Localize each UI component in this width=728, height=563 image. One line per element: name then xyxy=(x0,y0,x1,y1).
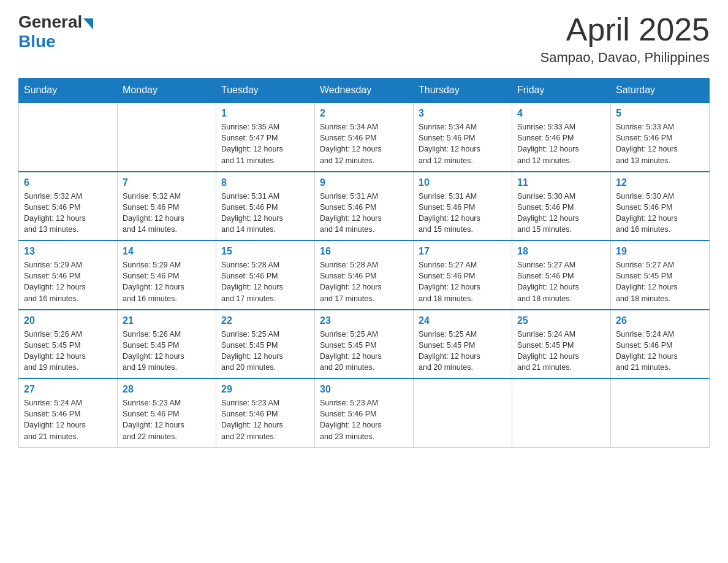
day-info: Sunrise: 5:29 AM Sunset: 5:46 PM Dayligh… xyxy=(123,259,211,304)
day-info: Sunrise: 5:23 AM Sunset: 5:46 PM Dayligh… xyxy=(123,397,211,442)
calendar-cell: 18Sunrise: 5:27 AM Sunset: 5:46 PM Dayli… xyxy=(512,240,611,310)
day-number: 12 xyxy=(616,177,704,188)
calendar-cell: 30Sunrise: 5:23 AM Sunset: 5:46 PM Dayli… xyxy=(315,378,414,447)
day-info: Sunrise: 5:25 AM Sunset: 5:45 PM Dayligh… xyxy=(221,329,309,373)
calendar-cell: 2Sunrise: 5:34 AM Sunset: 5:46 PM Daylig… xyxy=(315,102,414,172)
day-info: Sunrise: 5:34 AM Sunset: 5:46 PM Dayligh… xyxy=(419,121,507,166)
header-day-wednesday: Wednesday xyxy=(315,79,414,103)
day-info: Sunrise: 5:30 AM Sunset: 5:46 PM Dayligh… xyxy=(517,191,605,236)
header-day-sunday: Sunday xyxy=(19,79,118,103)
logo-general: General xyxy=(18,12,82,32)
calendar-cell xyxy=(118,102,216,172)
calendar-cell: 29Sunrise: 5:23 AM Sunset: 5:46 PM Dayli… xyxy=(216,378,315,447)
calendar-cell: 19Sunrise: 5:27 AM Sunset: 5:45 PM Dayli… xyxy=(611,240,710,310)
calendar-cell: 28Sunrise: 5:23 AM Sunset: 5:46 PM Dayli… xyxy=(118,378,216,447)
header-day-saturday: Saturday xyxy=(611,79,710,103)
header-day-thursday: Thursday xyxy=(414,79,512,103)
calendar-location: Sampao, Davao, Philippines xyxy=(540,50,710,66)
day-info: Sunrise: 5:29 AM Sunset: 5:46 PM Dayligh… xyxy=(24,259,112,304)
day-info: Sunrise: 5:28 AM Sunset: 5:46 PM Dayligh… xyxy=(221,259,309,304)
day-info: Sunrise: 5:23 AM Sunset: 5:46 PM Dayligh… xyxy=(221,397,309,442)
day-info: Sunrise: 5:35 AM Sunset: 5:47 PM Dayligh… xyxy=(221,121,309,166)
day-info: Sunrise: 5:26 AM Sunset: 5:45 PM Dayligh… xyxy=(24,329,112,373)
day-number: 29 xyxy=(221,384,309,395)
page-header: General Blue April 2025 Sampao, Davao, P… xyxy=(18,12,710,66)
day-info: Sunrise: 5:30 AM Sunset: 5:46 PM Dayligh… xyxy=(616,191,704,236)
header-day-tuesday: Tuesday xyxy=(216,79,315,103)
day-number: 14 xyxy=(123,246,211,257)
calendar-cell xyxy=(19,102,118,172)
day-info: Sunrise: 5:31 AM Sunset: 5:46 PM Dayligh… xyxy=(419,191,507,236)
day-number: 6 xyxy=(24,177,112,188)
calendar-cell: 11Sunrise: 5:30 AM Sunset: 5:46 PM Dayli… xyxy=(512,172,611,241)
day-number: 13 xyxy=(24,246,112,257)
day-number: 25 xyxy=(517,315,605,326)
day-info: Sunrise: 5:26 AM Sunset: 5:45 PM Dayligh… xyxy=(123,329,211,373)
calendar-cell: 12Sunrise: 5:30 AM Sunset: 5:46 PM Dayli… xyxy=(611,172,710,241)
day-number: 2 xyxy=(320,108,408,119)
day-info: Sunrise: 5:28 AM Sunset: 5:46 PM Dayligh… xyxy=(320,259,408,304)
calendar-cell: 17Sunrise: 5:27 AM Sunset: 5:46 PM Dayli… xyxy=(414,240,512,310)
calendar-table: SundayMondayTuesdayWednesdayThursdayFrid… xyxy=(18,78,710,448)
logo-triangle-icon xyxy=(83,18,93,29)
calendar-cell: 25Sunrise: 5:24 AM Sunset: 5:45 PM Dayli… xyxy=(512,310,611,379)
calendar-cell: 7Sunrise: 5:32 AM Sunset: 5:46 PM Daylig… xyxy=(118,172,216,241)
calendar-week-1: 1Sunrise: 5:35 AM Sunset: 5:47 PM Daylig… xyxy=(19,102,710,172)
day-info: Sunrise: 5:23 AM Sunset: 5:46 PM Dayligh… xyxy=(320,397,408,442)
day-info: Sunrise: 5:31 AM Sunset: 5:46 PM Dayligh… xyxy=(320,191,408,236)
day-number: 3 xyxy=(419,108,507,119)
day-number: 20 xyxy=(24,315,112,326)
calendar-week-2: 6Sunrise: 5:32 AM Sunset: 5:46 PM Daylig… xyxy=(19,172,710,241)
day-number: 21 xyxy=(123,315,211,326)
calendar-cell: 6Sunrise: 5:32 AM Sunset: 5:46 PM Daylig… xyxy=(19,172,118,241)
calendar-cell: 13Sunrise: 5:29 AM Sunset: 5:46 PM Dayli… xyxy=(19,240,118,310)
calendar-cell: 16Sunrise: 5:28 AM Sunset: 5:46 PM Dayli… xyxy=(315,240,414,310)
day-number: 5 xyxy=(616,108,704,119)
day-info: Sunrise: 5:24 AM Sunset: 5:46 PM Dayligh… xyxy=(616,329,704,373)
day-number: 22 xyxy=(221,315,309,326)
day-number: 15 xyxy=(221,246,309,257)
logo-blue: Blue xyxy=(18,32,56,52)
day-number: 8 xyxy=(221,177,309,188)
calendar-cell: 5Sunrise: 5:33 AM Sunset: 5:46 PM Daylig… xyxy=(611,102,710,172)
calendar-cell: 22Sunrise: 5:25 AM Sunset: 5:45 PM Dayli… xyxy=(216,310,315,379)
day-info: Sunrise: 5:34 AM Sunset: 5:46 PM Dayligh… xyxy=(320,121,408,166)
header-day-monday: Monday xyxy=(118,79,216,103)
calendar-title: April 2025 xyxy=(540,12,710,47)
day-number: 11 xyxy=(517,177,605,188)
calendar-cell: 27Sunrise: 5:24 AM Sunset: 5:46 PM Dayli… xyxy=(19,378,118,447)
calendar-cell: 21Sunrise: 5:26 AM Sunset: 5:45 PM Dayli… xyxy=(118,310,216,379)
calendar-cell: 15Sunrise: 5:28 AM Sunset: 5:46 PM Dayli… xyxy=(216,240,315,310)
day-number: 16 xyxy=(320,246,408,257)
day-number: 27 xyxy=(24,384,112,395)
title-block: April 2025 Sampao, Davao, Philippines xyxy=(540,12,710,66)
calendar-cell: 20Sunrise: 5:26 AM Sunset: 5:45 PM Dayli… xyxy=(19,310,118,379)
day-info: Sunrise: 5:24 AM Sunset: 5:45 PM Dayligh… xyxy=(517,329,605,373)
day-number: 10 xyxy=(419,177,507,188)
day-number: 30 xyxy=(320,384,408,395)
calendar-week-5: 27Sunrise: 5:24 AM Sunset: 5:46 PM Dayli… xyxy=(19,378,710,447)
calendar-cell: 14Sunrise: 5:29 AM Sunset: 5:46 PM Dayli… xyxy=(118,240,216,310)
day-number: 19 xyxy=(616,246,704,257)
day-number: 24 xyxy=(419,315,507,326)
day-info: Sunrise: 5:27 AM Sunset: 5:45 PM Dayligh… xyxy=(616,259,704,304)
calendar-cell: 4Sunrise: 5:33 AM Sunset: 5:46 PM Daylig… xyxy=(512,102,611,172)
calendar-cell: 26Sunrise: 5:24 AM Sunset: 5:46 PM Dayli… xyxy=(611,310,710,379)
day-info: Sunrise: 5:25 AM Sunset: 5:45 PM Dayligh… xyxy=(419,329,507,373)
header-day-friday: Friday xyxy=(512,79,611,103)
calendar-week-4: 20Sunrise: 5:26 AM Sunset: 5:45 PM Dayli… xyxy=(19,310,710,379)
day-number: 23 xyxy=(320,315,408,326)
day-number: 18 xyxy=(517,246,605,257)
logo: General Blue xyxy=(18,12,93,52)
calendar-header-row: SundayMondayTuesdayWednesdayThursdayFrid… xyxy=(19,79,710,103)
day-info: Sunrise: 5:31 AM Sunset: 5:46 PM Dayligh… xyxy=(221,191,309,236)
calendar-cell: 1Sunrise: 5:35 AM Sunset: 5:47 PM Daylig… xyxy=(216,102,315,172)
calendar-cell: 24Sunrise: 5:25 AM Sunset: 5:45 PM Dayli… xyxy=(414,310,512,379)
calendar-cell xyxy=(512,378,611,447)
day-info: Sunrise: 5:32 AM Sunset: 5:46 PM Dayligh… xyxy=(24,191,112,236)
day-number: 1 xyxy=(221,108,309,119)
calendar-cell: 10Sunrise: 5:31 AM Sunset: 5:46 PM Dayli… xyxy=(414,172,512,241)
day-info: Sunrise: 5:25 AM Sunset: 5:45 PM Dayligh… xyxy=(320,329,408,373)
calendar-cell: 3Sunrise: 5:34 AM Sunset: 5:46 PM Daylig… xyxy=(414,102,512,172)
day-number: 9 xyxy=(320,177,408,188)
